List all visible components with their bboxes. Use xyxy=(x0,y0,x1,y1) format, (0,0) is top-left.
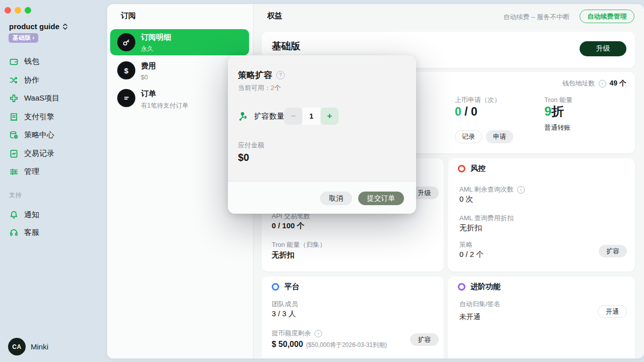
sidebar-item-payment-engine[interactable]: 支付引擎 xyxy=(9,111,54,123)
sidebar-item-label: 交易记录 xyxy=(24,149,54,158)
window-close-button[interactable] xyxy=(5,7,11,14)
subscription-item-subtitle: $0 xyxy=(141,74,148,81)
tron-energy-num: 9 xyxy=(544,104,551,118)
team-label: 团队成员 xyxy=(272,300,298,309)
headset-icon xyxy=(9,228,19,237)
quantity-label: 扩容数量 xyxy=(254,112,284,121)
withdraw-limit-value: $ 50,000 xyxy=(272,340,303,349)
wallet-address-label: 钱包地址数 xyxy=(562,79,595,88)
strategy-expand-modal: 策略扩容 当前可用：2个 扩容数量 − 1 + 应付金额 $0 取消 提交订单 xyxy=(228,55,416,214)
sidebar-item-label: 通知 xyxy=(24,210,39,220)
cancel-button[interactable]: 取消 xyxy=(320,192,352,205)
wallet-address-value: 49 个 xyxy=(610,79,626,88)
support-section-label: 支持 xyxy=(9,191,22,200)
plan-upgrade-button[interactable]: 升级 xyxy=(580,41,626,56)
sidebar-item-wallet[interactable]: 钱包 xyxy=(9,55,39,67)
plan-badge[interactable]: 基础版 › xyxy=(9,33,38,43)
document-chart-icon xyxy=(9,149,19,158)
quantity-value[interactable]: 1 xyxy=(302,108,320,125)
risk-card: 风控 AML 剩余查询次数 0 次 AML 查询费用折扣 无折扣 策略 0 / … xyxy=(448,158,635,272)
database-gear-icon xyxy=(9,130,19,140)
sidebar-item-strategy-center[interactable]: 策略中心 xyxy=(9,129,54,141)
sidebar-item-label: 支付引擎 xyxy=(24,112,54,122)
tron-collect-value: 无折扣 xyxy=(272,250,294,260)
strategy-network-icon xyxy=(238,111,250,122)
user-name: Minki xyxy=(31,342,48,351)
advanced-card: 进阶功能 自动归集/签名 未开通 开通 xyxy=(448,277,635,358)
plus-button[interactable]: + xyxy=(320,108,339,125)
risk-title: 风控 xyxy=(470,164,486,173)
shuffle-icon xyxy=(9,75,19,85)
open-feature-button[interactable]: 开通 xyxy=(598,305,627,318)
sidebar-item-customer-service[interactable]: 客服 xyxy=(9,226,39,238)
available-label: 当前可用： xyxy=(238,84,271,92)
plan-name: 基础版 xyxy=(272,40,300,53)
key-icon xyxy=(117,33,135,51)
minus-button[interactable]: − xyxy=(284,108,302,125)
info-icon[interactable] xyxy=(599,80,606,87)
modal-title: 策略扩容 xyxy=(238,69,272,81)
aml-remaining-value: 0 次 xyxy=(459,195,473,204)
platform-title: 平台 xyxy=(284,282,299,292)
modal-footer: 取消 提交订单 xyxy=(228,181,416,214)
strategy-expand-button[interactable]: 扩容 xyxy=(599,245,627,257)
sidebar-item-transactions[interactable]: 交易记录 xyxy=(9,147,54,159)
window-minimize-button[interactable] xyxy=(15,7,21,14)
listing-used: 0 xyxy=(455,105,461,118)
withdraw-limit-note: ($50,000将于2026-03-31到期) xyxy=(306,341,387,349)
bell-icon xyxy=(9,210,19,220)
auto-renew-manage-button[interactable]: 自动续费管理 xyxy=(580,10,634,23)
api-tx-value: 0 / 100 个 xyxy=(272,221,304,231)
tron-energy-unit: 折 xyxy=(551,104,564,118)
subscription-item-subtitle: 有1笔待支付订单 xyxy=(141,102,188,110)
wallet-icon xyxy=(9,57,19,66)
withdraw-limit-label: 提币额度剩余 xyxy=(272,329,311,338)
platform-card: 平台 团队成员 3 / 3 人 提币额度剩余 $ 50,000 ($50,000… xyxy=(262,277,444,358)
quantity-stepper: − 1 + xyxy=(284,108,339,125)
aml-discount-label: AML 查询费用折扣 xyxy=(459,214,514,223)
user-account[interactable]: CA Minki xyxy=(8,338,48,355)
benefits-title: 权益 xyxy=(267,11,282,21)
window-zoom-button[interactable] xyxy=(25,7,31,14)
amount-label: 应付金额 xyxy=(238,141,264,150)
platform-bullet-icon xyxy=(272,283,279,291)
amount-value: $0 xyxy=(238,152,249,163)
strategy-label: 策略 xyxy=(459,240,472,249)
subscription-item-title: 订单 xyxy=(141,89,156,99)
sidebar-item-waas[interactable]: WaaS项目 xyxy=(9,92,59,104)
strategy-value: 0 / 2 个 xyxy=(459,250,484,259)
dollar-icon: $ xyxy=(117,61,135,79)
advanced-title: 进阶功能 xyxy=(470,282,501,292)
advanced-bullet-icon xyxy=(458,283,465,291)
sidebar-item-label: 客服 xyxy=(24,228,39,237)
subscription-panel-title: 订阅 xyxy=(121,11,136,21)
sliders-icon xyxy=(9,167,19,176)
info-icon[interactable] xyxy=(314,330,322,337)
sidebar-item-label: 钱包 xyxy=(24,57,39,66)
withdraw-expand-button[interactable]: 扩容 xyxy=(410,333,439,346)
user-logo: CA xyxy=(8,338,26,355)
subscription-item-details[interactable]: 订阅明细 永久 xyxy=(110,29,249,55)
auto-collect-value: 未开通 xyxy=(459,313,480,322)
receipt-icon xyxy=(9,112,19,122)
help-icon[interactable] xyxy=(276,71,285,79)
sidebar: product guide 基础版 › 钱包 协作 WaaS项目 支付引擎 策略… xyxy=(0,0,106,362)
records-button[interactable]: 记录 xyxy=(455,130,482,143)
sidebar-item-collaboration[interactable]: 协作 xyxy=(9,74,39,86)
order-list-icon xyxy=(117,89,135,107)
sidebar-item-manage[interactable]: 管理 xyxy=(9,165,39,177)
sidebar-item-notifications[interactable]: 通知 xyxy=(9,209,39,221)
auto-collect-label: 自动归集/签名 xyxy=(459,300,501,309)
submit-order-button[interactable]: 提交订单 xyxy=(358,192,404,205)
info-icon[interactable] xyxy=(517,186,525,194)
aml-discount-value: 无折扣 xyxy=(459,223,482,233)
sidebar-item-label: WaaS项目 xyxy=(24,94,59,103)
tron-energy-sub: 普通转账 xyxy=(544,123,571,132)
apply-button[interactable]: 申请 xyxy=(486,130,513,143)
updown-chevron-icon xyxy=(62,23,68,30)
sidebar-item-label: 策略中心 xyxy=(24,130,54,140)
tron-collect-label: Tron 能量（归集） xyxy=(272,240,326,249)
workspace-switcher[interactable]: product guide xyxy=(9,22,68,31)
subscription-item-subtitle: 永久 xyxy=(141,45,153,53)
risk-bullet-icon xyxy=(458,165,465,172)
